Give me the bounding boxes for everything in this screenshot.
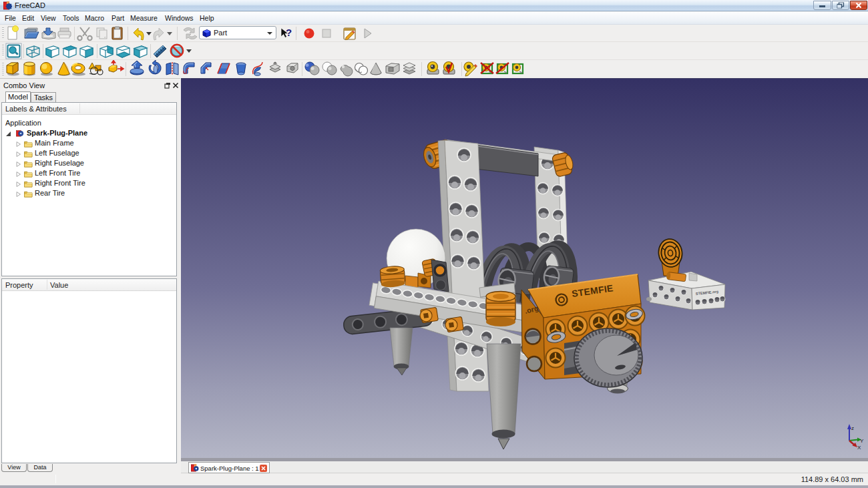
svg-text:?: ? (286, 27, 292, 38)
svg-text:z: z (851, 425, 854, 431)
svg-text:Y: Y (860, 438, 864, 444)
svg-text:X: X (857, 445, 861, 451)
